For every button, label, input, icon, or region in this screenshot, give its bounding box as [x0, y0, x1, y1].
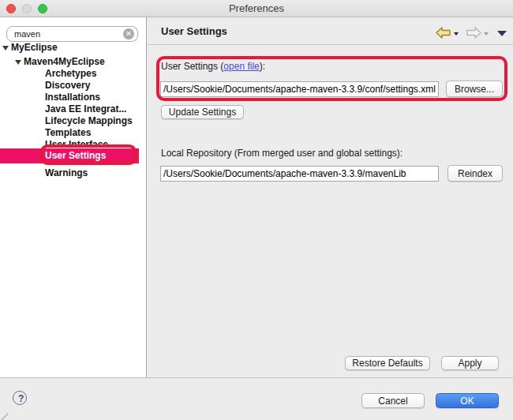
tree-item-discovery[interactable]: Discovery	[0, 80, 146, 92]
expander-triangle-icon[interactable]	[15, 60, 21, 65]
tree-item-templates[interactable]: Templates	[0, 127, 146, 139]
preferences-dialog: Preferences ✕ MyEclipse Maven4MyEclipse …	[0, 0, 513, 420]
header-separator	[148, 44, 513, 45]
open-file-link[interactable]: open file	[223, 61, 259, 72]
window-title: Preferences	[0, 0, 513, 17]
reindex-button[interactable]: Reindex	[447, 165, 503, 182]
filter-search-input[interactable]	[6, 26, 138, 42]
local-repository-label: Local Repository (From merged user and g…	[161, 148, 403, 159]
resize-grip[interactable]	[0, 412, 8, 420]
user-settings-label: User Settings (open file):	[161, 61, 265, 72]
settings-panel: User Settings User Settings (open file):…	[148, 17, 513, 377]
view-menu-icon[interactable]	[497, 31, 507, 36]
cancel-button[interactable]: Cancel	[361, 393, 425, 408]
user-settings-path-input[interactable]	[160, 81, 439, 97]
tree-item-maven4myeclipse[interactable]: Maven4MyEclipse	[0, 56, 146, 68]
tree-item-installations[interactable]: Installations	[0, 92, 146, 103]
search-clear-icon[interactable]: ✕	[123, 28, 134, 39]
help-icon[interactable]: ?	[13, 391, 27, 405]
restore-defaults-button[interactable]: Restore Defaults	[345, 356, 430, 370]
page-title: User Settings	[161, 25, 227, 37]
tree-item-lifecycle-mappings[interactable]: Lifecycle Mappings	[0, 115, 146, 127]
tree-item-user-settings-selected[interactable]: User Settings	[0, 148, 139, 163]
tree-item-warnings[interactable]: Warnings	[0, 167, 146, 179]
back-arrow-icon[interactable]	[436, 27, 451, 39]
expander-triangle-icon[interactable]	[2, 46, 9, 51]
browse-button[interactable]: Browse...	[446, 81, 503, 97]
apply-button[interactable]: Apply	[441, 356, 499, 370]
preferences-sidebar: ✕ MyEclipse Maven4MyEclipse Archetypes D…	[0, 17, 147, 377]
update-settings-button[interactable]: Update Settings	[161, 105, 244, 119]
forward-history-dropdown-icon[interactable]	[484, 32, 489, 36]
header-navigation	[436, 27, 507, 39]
forward-arrow-icon[interactable]	[466, 27, 481, 39]
ok-button[interactable]: OK	[436, 393, 499, 408]
local-repository-path-input[interactable]	[160, 166, 439, 182]
back-history-dropdown-icon[interactable]	[454, 32, 459, 36]
title-bar: Preferences	[0, 0, 513, 17]
tree-item-archetypes[interactable]: Archetypes	[0, 68, 146, 80]
dialog-button-bar: ? Cancel OK	[0, 377, 513, 420]
tree-item-java-ee-integration[interactable]: Java EE Integrat...	[0, 103, 146, 115]
tree-item-myeclipse[interactable]: MyEclipse	[0, 42, 146, 54]
